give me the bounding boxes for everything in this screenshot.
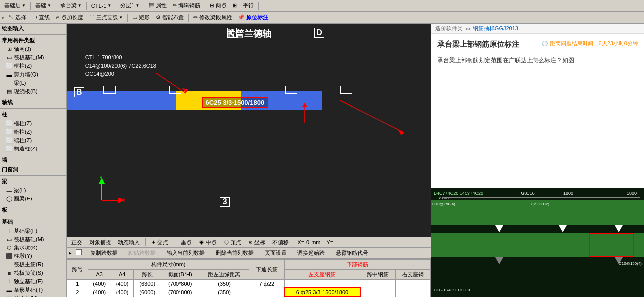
sidebar-item-castslab[interactable]: ▤ 现浇板(B) [0, 87, 66, 96]
td-row2-left[interactable]: 6 ф25 3/3-1500/1800 [284, 288, 360, 297]
divider1 [0, 34, 66, 35]
coord-vertex[interactable]: ◇ 顶点 [221, 238, 244, 247]
toolbar-ctl-dropdown[interactable]: CTL-1 ▼ [89, 2, 114, 10]
sidebar-item-shear-wall[interactable]: ▬ 剪力墙(Q) [0, 70, 66, 79]
sidebar-item-beam[interactable]: — 梁(L) [0, 79, 66, 87]
status-input-col[interactable]: 输入当前列数据 [163, 248, 208, 258]
sidebar-item-raft2[interactable]: ▭ 筏板基础(M) [0, 235, 66, 244]
status-delete-col[interactable]: 删除当前列数据 [212, 248, 257, 258]
coord-vertical[interactable]: ⊥ 垂点 [173, 238, 194, 247]
cad-preview-canvas: B4C7+4C20,14C7+4C20 G8C16 1800 1800 2700… [431, 188, 644, 297]
toolbar-floor-dropdown[interactable]: 基础 ▼ [33, 1, 54, 10]
toolbar-edit-rebar-btn[interactable]: ✏ 编辑钢筋 [170, 1, 203, 10]
toolbar-grid-btn[interactable]: ⊞ [230, 1, 239, 10]
coord-capture[interactable]: 对象捕捉 [87, 238, 114, 247]
cad-center-rebar: 6C25 3/3-1500/1800 [202, 97, 269, 108]
toolbar2-original-mark[interactable]: 📌 原位标注 [235, 13, 271, 22]
faban-main-icon: ≡ [6, 261, 13, 268]
toolbar2-arc[interactable]: ⌒ 三点画弧 ▼ [87, 13, 125, 22]
sidebar-item-tiaoxing[interactable]: ▬ 条形基础(T) [0, 286, 66, 294]
pile-symbol3 [615, 225, 623, 232]
toolbar2-select[interactable]: ↖ 选择 [6, 13, 29, 22]
sep7 [258, 2, 259, 10]
liang-icon: — [6, 187, 13, 194]
sidebar-item-zhudun[interactable]: ⬛ 柱墩(Y) [0, 252, 66, 260]
breadcrumb-link1[interactable]: 钢筋抽样GGJ2013 [473, 25, 518, 32]
th-span-no: 跨号 [67, 259, 88, 279]
coord-zhengzao[interactable]: 正交 [69, 238, 85, 247]
th-through: 下通长筋 [249, 259, 284, 279]
status-paste[interactable]: 粘贴跨数据 [125, 248, 159, 258]
toolbar-parallel-btn[interactable]: 平行 [240, 1, 256, 10]
toolbar2-smart[interactable]: ⚙ 智能布置 [153, 13, 186, 22]
sidebar-item-quanliang[interactable]: ◯ 圈梁(E) [0, 195, 66, 203]
sidebar-item-faban-neg[interactable]: ≡ 筏板负筋(S) [0, 269, 66, 277]
coord-nooffset[interactable]: 不偏移 [270, 238, 291, 247]
sidebar-item-duli[interactable]: ⊥ 独立基础(F) [0, 277, 66, 286]
cad-ctl-annotation: CTL-1 700*800C14@100/200(6) 7C22;6C18GC1… [85, 53, 156, 78]
coord-intersection[interactable]: ✦ 交点 [149, 238, 171, 247]
sidebar-item-jishukeng[interactable]: ⬡ 集水坑(K) [0, 244, 66, 252]
quanliang-icon: ◯ [6, 196, 13, 202]
sidebar-item-framecol2[interactable]: ⬜ 框柱(Z) [0, 119, 66, 128]
jichuliang-icon: ⊤ [6, 228, 13, 235]
toolbar-element-dropdown[interactable]: 承台梁 ▼ [58, 1, 84, 10]
toolbar-property-btn[interactable]: ▦ 属性 [146, 1, 169, 10]
toolbar2-rect[interactable]: ▭ 矩形 [130, 13, 152, 22]
toolbar-layer-dropdown2[interactable]: 分层1 ▼ [118, 1, 142, 10]
status-copy[interactable]: 复制跨数据 [87, 248, 121, 258]
divider5 [0, 175, 66, 176]
sidebar-label-shear-wall: 剪力墙(Q) [14, 71, 38, 78]
sidebar-item-gouzao[interactable]: ⬜ 构造柱(Z) [0, 145, 66, 153]
pile-symbol1 [495, 225, 503, 232]
toolbar-layer-dropdown[interactable]: 基础层 ▼ [2, 1, 28, 10]
sidebar-drawing-input: 绘图输入 [0, 24, 66, 33]
slab-icon: ▭ [6, 54, 13, 61]
coord-midpoint[interactable]: ◈ 中点 [196, 238, 219, 247]
sep6 [205, 2, 205, 10]
clock-icon: 🕐 [542, 41, 548, 46]
cad-small-box3 [103, 86, 116, 94]
sidebar-item-frame-col[interactable]: ⬜ 框柱(Z) [0, 62, 66, 70]
th-right-seat: 右支座钢 [395, 269, 430, 279]
zhudun-icon: ⬛ [6, 253, 13, 260]
status-page-setup[interactable]: 页面设置 [261, 248, 290, 258]
td-row1-left [284, 279, 360, 288]
sep8 [31, 14, 31, 22]
sidebar-item-faban-main[interactable]: ≡ 筏板主筋(R) [0, 260, 66, 269]
status-icon: ▸ [69, 250, 72, 256]
sidebar-item-duancol[interactable]: ⬜ 端柱(Z) [0, 136, 66, 145]
sidebar-item-liang[interactable]: — 梁(L) [0, 186, 66, 195]
toolbar2-line[interactable]: \ 直线 [33, 13, 52, 22]
svg-text:X: X [122, 198, 126, 203]
sidebar-item-jichuliang[interactable]: ⊤ 基础梁(F) [0, 227, 66, 235]
cad-preview-label1: B4C7+4C20,14C7+4C20 [434, 191, 483, 196]
coord-dynamic[interactable]: 动态输入 [116, 238, 142, 247]
coord-coord[interactable]: ⊕ 坐标 [246, 238, 268, 247]
grid-v3 [322, 24, 322, 237]
right-panel-content: 承台梁上部钢筋原位标注 🕐 距离问题结束时间：6天23小时0分钟 承台梁上部钢筋… [431, 34, 644, 188]
sidebar-item-anzhucol[interactable]: ⬜ 暗柱(Z) [0, 128, 66, 136]
coord-sep2 [294, 238, 294, 246]
sidebar-item-zhuangtai[interactable]: ▽ 桩承台(V) [0, 294, 66, 297]
status-cantilever[interactable]: 悬臂钢筋代号 [332, 248, 372, 258]
cad-canvas[interactable]: 拉普兰德轴 B C D 3 CTL-1 700*800C14@100/200(6… [67, 24, 431, 237]
td-row2-section: (700*800) [161, 288, 199, 297]
toolbar-two-point-btn[interactable]: ⊞ 两点 [207, 1, 229, 10]
td-row2-a3: (400) [88, 288, 111, 297]
sidebar-label-castslab: 现浇板(B) [14, 88, 38, 95]
sidebar-item-raft[interactable]: ▭ 筏板基础(M) [0, 53, 66, 62]
cad-small-box2 [285, 86, 297, 94]
cast-icon: ▤ [6, 88, 13, 95]
anzhucol-icon: ⬜ [6, 129, 13, 136]
sidebar-label-frame-col: 框柱(Z) [14, 62, 32, 70]
sidebar-item-axisnet[interactable]: ⊞ 轴网(J) [0, 45, 66, 53]
toolbar2-edit-segment[interactable]: ✏ 修改梁段属性 [191, 13, 234, 22]
toolbar2-point-length[interactable]: ⊙ 点加长度 [53, 13, 86, 22]
coord-bar: 正交 对象捕捉 动态输入 ✦ 交点 ⊥ 垂点 ◈ 中点 ◇ 顶点 ⊕ 坐标 不偏… [67, 237, 431, 248]
table-row: 2 (400) (400) (6000) (700*800) (350) 6 ф… [67, 288, 431, 297]
svg-text:Y: Y [99, 176, 103, 181]
status-swap-span[interactable]: 调换起始跨 [294, 248, 328, 258]
cad-preview-label7: T 7(2+2+C2) [527, 202, 549, 206]
sep4 [116, 2, 116, 10]
